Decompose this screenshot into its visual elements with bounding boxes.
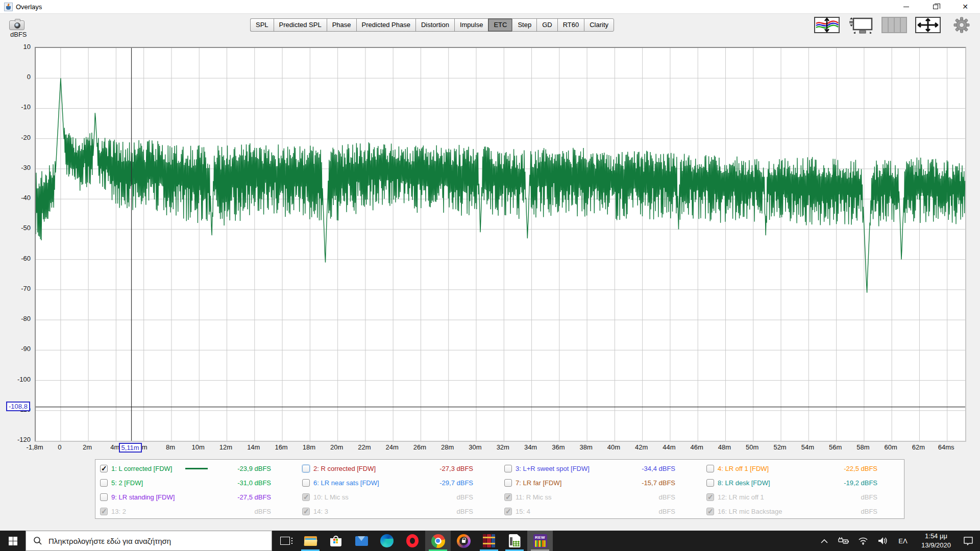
opera-icon: [406, 534, 419, 547]
search-icon: [33, 536, 42, 545]
legend-checkbox-13[interactable]: [100, 508, 108, 515]
x-tick-label: 34m: [524, 443, 537, 451]
graph-limits-button[interactable]: [847, 16, 874, 34]
task-view-button[interactable]: [272, 531, 298, 551]
x-tick-label: 2m: [83, 443, 92, 451]
taskbar-microsoft-store[interactable]: [323, 531, 349, 551]
window-title: Overlays: [16, 3, 42, 11]
legend-value: -27,3 dBFS: [439, 465, 473, 472]
restore-button[interactable]: [921, 0, 950, 14]
legend-item-6[interactable]: 6: LR near sats [FDW]-29,7 dBFS: [298, 475, 500, 490]
tab-predicted-spl[interactable]: Predicted SPL: [274, 18, 327, 32]
tab-predicted-phase[interactable]: Predicted Phase: [356, 18, 415, 32]
etc-plot[interactable]: [35, 47, 966, 442]
legend-item-1[interactable]: 1: L corrected [FDW]-23,9 dBFS: [95, 461, 298, 475]
close-button[interactable]: ✕: [950, 0, 980, 14]
tab-rt60[interactable]: RT60: [557, 18, 584, 32]
legend-item-11[interactable]: 11: R Mic ssdBFS: [500, 490, 702, 504]
grid-button[interactable]: [881, 16, 908, 34]
tray-volume-button[interactable]: [874, 531, 891, 551]
taskbar-file-explorer[interactable]: [298, 531, 323, 551]
taskbar-libreoffice[interactable]: [502, 531, 527, 551]
taskbar-search[interactable]: [26, 531, 272, 551]
tab-distortion[interactable]: Distortion: [415, 18, 454, 32]
tray-language-button[interactable]: ΕΛ: [893, 537, 913, 545]
legend-item-10[interactable]: 10: L Mic ssdBFS: [298, 490, 500, 504]
tab-etc[interactable]: ETC: [488, 18, 512, 32]
minimize-button[interactable]: [891, 0, 921, 14]
legend-label: 11: R Mic ss: [516, 493, 552, 501]
legend-checkbox-6[interactable]: [302, 479, 310, 487]
legend-checkbox-12[interactable]: [706, 493, 714, 501]
y-tick-label: -120: [7, 436, 31, 443]
y-tick-label: -50: [7, 224, 31, 232]
legend-item-13[interactable]: 13: 2dBFS: [95, 504, 298, 518]
taskbar-opera[interactable]: [400, 531, 425, 551]
legend-item-15[interactable]: 15: 4dBFS: [500, 504, 702, 518]
legend-item-2[interactable]: 2: R corrected [FDW]-27,3 dBFS: [298, 461, 500, 475]
legend-item-3[interactable]: 3: L+R sweet spot [FDW]-34,4 dBFS: [500, 461, 702, 475]
tab-phase[interactable]: Phase: [327, 18, 356, 32]
legend-checkbox-14[interactable]: [302, 508, 310, 515]
legend-label: 14: 3: [313, 508, 328, 515]
avast-browser-icon: [457, 534, 471, 548]
legend-checkbox-16[interactable]: [706, 508, 714, 515]
legend-value: dBFS: [658, 493, 675, 501]
y-tick-label: -30: [7, 164, 31, 171]
taskbar-winrar[interactable]: [476, 531, 502, 551]
legend-item-14[interactable]: 14: 3dBFS: [298, 504, 500, 518]
x-tick-label: 16m: [275, 443, 287, 451]
legend-item-4[interactable]: 4: LR off 1 [FDW]-22,5 dBFS: [702, 461, 904, 475]
legend-checkbox-11[interactable]: [504, 493, 512, 501]
legend-checkbox-5[interactable]: [100, 479, 108, 487]
legend-item-12[interactable]: 12: LR mic off 1dBFS: [702, 490, 904, 504]
taskbar-mail[interactable]: [349, 531, 374, 551]
winrar-icon: [483, 534, 495, 547]
legend-checkbox-9[interactable]: [100, 493, 108, 501]
legend-checkbox-1[interactable]: [100, 465, 108, 472]
tab-gd[interactable]: GD: [536, 18, 557, 32]
x-tick-label: 28m: [441, 443, 454, 451]
legend-checkbox-7[interactable]: [504, 479, 512, 487]
legend-label: 6: LR near sats [FDW]: [313, 479, 379, 487]
taskbar-edge[interactable]: [374, 531, 400, 551]
cursor-y-readout: -108,8: [6, 402, 30, 411]
tray-network-button[interactable]: [854, 531, 872, 551]
legend-item-9[interactable]: 9: LR standing [FDW]-27,5 dBFS: [95, 490, 298, 504]
legend-item-5[interactable]: 5: 2 [FDW]-31,0 dBFS: [95, 475, 298, 490]
legend-label: 7: LR far [FDW]: [516, 479, 561, 487]
tray-clock[interactable]: 1:54 μμ 13/9/2020: [915, 532, 958, 549]
legend-item-7[interactable]: 7: LR far [FDW]-15,7 dBFS: [500, 475, 702, 490]
legend-checkbox-15[interactable]: [504, 508, 512, 515]
tab-step[interactable]: Step: [512, 18, 536, 32]
legend-checkbox-3[interactable]: [504, 465, 512, 472]
tray-expand-button[interactable]: [816, 531, 833, 551]
tab-impulse[interactable]: Impulse: [454, 18, 488, 32]
legend-value: -23,9 dBFS: [237, 465, 271, 472]
taskbar-rew[interactable]: REW: [527, 531, 553, 551]
x-tick-label: 52m: [773, 443, 786, 451]
legend-item-16[interactable]: 16: LR mic BackstagedBFS: [702, 504, 904, 518]
tab-spl[interactable]: SPL: [250, 18, 274, 32]
start-button[interactable]: [0, 531, 26, 551]
pan-button[interactable]: [915, 16, 941, 34]
taskbar-chrome[interactable]: [425, 531, 451, 551]
taskbar-avast-browser[interactable]: [451, 531, 476, 551]
legend-label: 1: L corrected [FDW]: [111, 465, 172, 472]
search-input[interactable]: [48, 537, 253, 545]
legend-checkbox-4[interactable]: [706, 465, 714, 472]
taskbar: REW: [0, 531, 980, 551]
legend-checkbox-10[interactable]: [302, 493, 310, 501]
legend-item-8[interactable]: 8: LR desk [FDW]-19,2 dBFS: [702, 475, 904, 490]
align-traces-button[interactable]: [814, 16, 840, 34]
java-app-icon: [4, 3, 13, 11]
y-tick-label: -20: [7, 134, 31, 141]
legend-checkbox-2[interactable]: [302, 465, 310, 472]
settings-button[interactable]: [948, 16, 975, 34]
tray-power-button[interactable]: [835, 531, 852, 551]
legend-label: 13: 2: [111, 508, 126, 515]
tab-clarity[interactable]: Clarity: [584, 18, 614, 32]
legend-checkbox-8[interactable]: [706, 479, 714, 487]
action-center-button[interactable]: [960, 531, 977, 551]
y-tick-label: -80: [7, 315, 31, 322]
